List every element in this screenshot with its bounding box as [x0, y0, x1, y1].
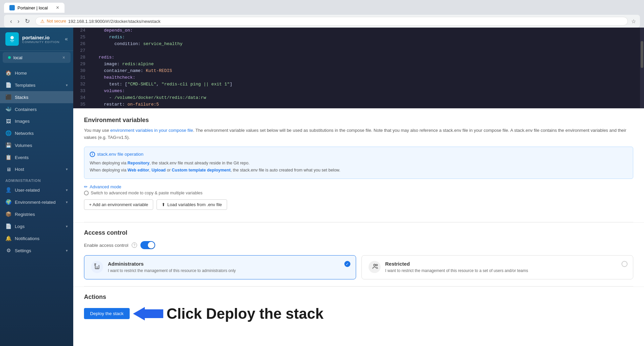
sidebar-label-notifications: Notifications	[15, 236, 68, 241]
tab-close-button[interactable]: ×	[56, 5, 59, 11]
advanced-mode-label: Advanced mode	[90, 184, 121, 189]
sidebar-item-events[interactable]: 📋 Events	[0, 151, 73, 163]
env-link[interactable]: environment variables in your compose fi…	[110, 128, 193, 133]
web-editor-link[interactable]: Web editor	[128, 168, 149, 172]
restricted-radio[interactable]	[621, 261, 628, 267]
reload-button[interactable]: ↻	[23, 17, 32, 26]
sidebar-item-user-related[interactable]: 👤 User-related ▾	[0, 184, 73, 196]
tab-title: Portainer | local	[17, 5, 48, 10]
sidebar-item-settings[interactable]: ⚙ Settings ▾	[0, 244, 73, 257]
svg-point-1	[10, 36, 14, 39]
url-text: 192.168.1.18:9000/#!/2/docker/stacks/new…	[68, 19, 161, 24]
sidebar-endpoint[interactable]: local ×	[3, 52, 71, 63]
browser-tabs: Portainer | local ×	[4, 3, 640, 13]
sidebar-label-stacks: Stacks	[15, 95, 68, 100]
code-line-25: 25 redis:	[73, 34, 640, 41]
code-scrollbar[interactable]	[640, 28, 644, 108]
restricted-card[interactable]: Restricted I want to restrict the manage…	[361, 255, 634, 279]
access-control-title: Access control	[84, 229, 633, 236]
sidebar-label-volumes: Volumes	[15, 143, 68, 148]
arrow-annotation	[133, 307, 163, 320]
access-control-toggle[interactable]	[140, 241, 155, 249]
mode-switch-row: Switch to advanced mode to copy & paste …	[84, 191, 633, 195]
help-icon[interactable]: ?	[132, 242, 137, 248]
scroll-thumb[interactable]	[641, 41, 643, 68]
browser-chrome: Portainer | local × ‹ › ↻ ⚠ Not secure 1…	[0, 0, 644, 28]
administrators-radio[interactable]	[344, 261, 350, 267]
sidebar-label-images: Images	[15, 119, 68, 124]
sidebar-item-logs[interactable]: 📄 Logs ▾	[0, 220, 73, 232]
env-variables-section: Environment variables You may use enviro…	[73, 109, 644, 222]
advanced-mode-row[interactable]: ✏ Advanced mode	[84, 184, 633, 189]
load-variables-button[interactable]: ⬆ Load variables from .env file	[157, 199, 227, 210]
host-chevron-icon: ▾	[66, 167, 68, 171]
sidebar-item-environment-related[interactable]: 🌍 Environment-related ▾	[0, 196, 73, 208]
browser-tab-active[interactable]: Portainer | local ×	[4, 3, 65, 13]
sidebar-item-home[interactable]: 🏠 Home	[0, 67, 73, 79]
back-button[interactable]: ‹	[8, 17, 14, 26]
bookmark-icon[interactable]: ☆	[631, 18, 636, 25]
sidebar-item-templates[interactable]: 📄 Templates ▾	[0, 79, 73, 91]
not-secure-label: Not secure	[47, 19, 66, 24]
code-lines: 24 depends_on: 25 redis: 26 condition: s…	[73, 28, 640, 108]
settings-chevron-icon: ▾	[66, 248, 68, 253]
upload-icon: ⬆	[162, 202, 165, 207]
code-line-34: 34 - /volume1/docker/kutt/redis:/data:rw	[73, 95, 640, 102]
app-layout: portainer.io COMMUNITY EDITION « local ×…	[0, 28, 644, 346]
sidebar-collapse-button[interactable]: «	[65, 36, 68, 42]
load-variables-label: Load variables from .env file	[167, 202, 222, 207]
enable-access-control-row: Enable access control ?	[84, 241, 633, 249]
restricted-card-body: Restricted I want to restrict the manage…	[385, 261, 627, 274]
logs-icon: 📄	[5, 223, 11, 229]
endpoint-close-icon[interactable]: ×	[62, 55, 65, 60]
arrow-graphic	[133, 307, 163, 320]
security-icon: ⚠	[40, 18, 45, 24]
info-circle-icon: i	[90, 152, 95, 157]
mode-switch-label: Switch to advanced mode to copy & paste …	[91, 191, 203, 195]
add-env-variable-button[interactable]: + Add an environment variable	[84, 199, 153, 210]
deploy-annotation: Deploy the stack Click Deploy the stack	[84, 305, 633, 322]
code-editor[interactable]: 24 depends_on: 25 redis: 26 condition: s…	[73, 28, 644, 109]
sidebar-item-notifications[interactable]: 🔔 Notifications	[0, 232, 73, 244]
logo-sub-text: COMMUNITY EDITION	[22, 40, 59, 44]
code-line-26: 26 condition: service_healthy	[73, 41, 640, 48]
home-icon: 🏠	[5, 70, 11, 76]
actions-title: Actions	[84, 294, 633, 301]
address-bar[interactable]: ⚠ Not secure 192.168.1.18:9000/#!/2/dock…	[35, 17, 628, 26]
deploy-stack-button[interactable]: Deploy the stack	[84, 308, 130, 319]
custom-template-link[interactable]: Custom template deployment	[172, 168, 230, 172]
settings-icon: ⚙	[5, 247, 11, 254]
sidebar-item-networks[interactable]: 🌐 Networks	[0, 127, 73, 139]
repo-link[interactable]: Repository	[128, 161, 149, 165]
code-line-31: 31 healthcheck:	[73, 75, 640, 81]
host-icon: 🖥	[5, 166, 11, 172]
code-line-35: 35 restart: on-failure:5	[73, 102, 640, 108]
logs-chevron-icon: ▾	[66, 224, 68, 229]
svg-point-11	[376, 264, 378, 266]
sidebar-item-registries[interactable]: 📦 Registries	[0, 208, 73, 220]
volumes-icon: 💾	[5, 142, 11, 148]
arrow-head-left	[133, 307, 145, 320]
sidebar-item-volumes[interactable]: 💾 Volumes	[0, 139, 73, 151]
sidebar-item-containers[interactable]: 🐳 Containers	[0, 103, 73, 115]
sidebar-item-images[interactable]: 🖼 Images	[0, 115, 73, 127]
networks-icon: 🌐	[5, 130, 11, 136]
environment-related-chevron-icon: ▾	[66, 200, 68, 204]
browser-nav[interactable]: ‹ › ↻	[8, 17, 32, 26]
logo-main-text: portainer.io	[22, 35, 59, 40]
env-section-title: Environment variables	[84, 117, 633, 124]
upload-link[interactable]: Upload	[152, 168, 166, 172]
sidebar-item-stacks[interactable]: ⬛ Stacks	[0, 91, 73, 103]
notifications-icon: 🔔	[5, 235, 11, 241]
access-control-section: Access control Enable access control ?	[73, 222, 644, 286]
info-box-title-row: i stack.env file operation	[90, 152, 628, 157]
environment-related-icon: 🌍	[5, 199, 11, 205]
sidebar-item-host[interactable]: 🖥 Host ▾	[0, 163, 73, 175]
sidebar-label-events: Events	[15, 155, 68, 160]
sidebar-label-host: Host	[15, 167, 62, 172]
sidebar-label-settings: Settings	[15, 248, 62, 253]
administrators-card[interactable]: Administrators I want to restrict the ma…	[84, 255, 356, 279]
forward-button[interactable]: ›	[15, 17, 22, 26]
sidebar-label-user-related: User-related	[15, 188, 62, 193]
sidebar-label-containers: Containers	[15, 107, 68, 112]
